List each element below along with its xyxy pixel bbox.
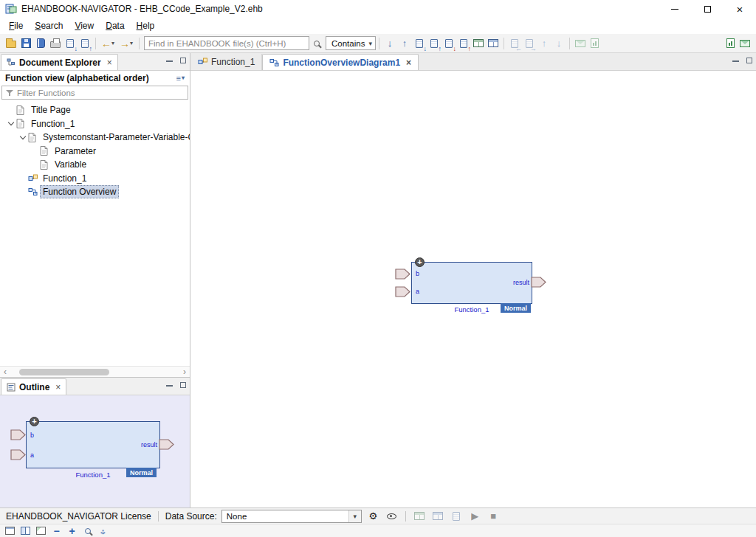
results-table-icon[interactable] <box>471 36 486 51</box>
output-label-result: result <box>513 279 529 286</box>
snapshot-list-icon[interactable] <box>431 510 445 523</box>
save-icon[interactable] <box>18 36 33 51</box>
next-marked-document-icon[interactable]: ↓ <box>441 36 456 51</box>
datasource-dropdown[interactable]: None ▾ <box>221 510 362 523</box>
minimize-panel-icon[interactable] <box>732 59 739 62</box>
menu-search[interactable]: Search <box>29 19 69 32</box>
previous-document-icon[interactable]: ← <box>507 36 522 51</box>
start-measurement-icon[interactable]: ▶ <box>468 510 482 523</box>
tab-outline[interactable]: Outline × <box>1 378 66 395</box>
function-block-body[interactable] <box>26 421 160 468</box>
find-previous-icon[interactable]: ↑ <box>397 36 412 51</box>
close-button[interactable]: × <box>724 0 756 18</box>
tree-item-systemconstant[interactable]: Systemconstant-Parameter-Variable-Cl <box>0 131 190 145</box>
menu-file[interactable]: File <box>3 19 29 32</box>
move-up-icon[interactable]: ↑ <box>537 36 551 51</box>
menu-help[interactable]: Help <box>131 19 161 32</box>
export-image-icon[interactable] <box>35 525 47 536</box>
minimize-panel-icon[interactable] <box>166 59 173 62</box>
tab-function-1[interactable]: Function_1 <box>191 54 262 70</box>
visibility-icon[interactable] <box>385 510 399 523</box>
datasource-settings-icon[interactable]: ⚙ <box>366 510 380 523</box>
export-document-icon[interactable]: ↑ <box>78 36 92 51</box>
previous-marked-document-icon[interactable]: ↑ <box>456 36 471 51</box>
input-port-icon[interactable] <box>10 449 27 460</box>
minimize-button[interactable] <box>659 0 691 18</box>
input-label-a: a <box>416 288 419 295</box>
output-port-icon[interactable] <box>159 439 175 450</box>
filter-functions-input[interactable] <box>17 89 184 97</box>
scrollbar-thumb[interactable] <box>19 369 109 375</box>
function-block-outline[interactable]: + b a result Function_1 Normal <box>10 411 192 481</box>
editor-tabstrip: Function_1 FunctionOverviewDiagram1 × <box>190 53 756 71</box>
zoom-out-button[interactable]: − <box>50 525 63 536</box>
input-port-icon[interactable] <box>395 268 411 280</box>
document-glyph <box>430 39 438 48</box>
tab-document-explorer[interactable]: Document Explorer × <box>1 54 118 70</box>
feedback-mail-icon[interactable] <box>573 36 588 51</box>
tab-label: Outline <box>19 382 49 392</box>
output-port-icon[interactable] <box>531 277 547 288</box>
next-match-document-icon[interactable]: ↓ <box>412 36 427 51</box>
menu-view[interactable]: View <box>69 19 100 32</box>
tree-item-function-overview[interactable]: Function Overview <box>0 185 190 199</box>
zoom-level-icon[interactable] <box>81 525 94 536</box>
move-down-icon[interactable]: ↓ <box>551 36 566 51</box>
tree-item-parameter[interactable]: Parameter <box>0 145 190 159</box>
find-next-icon[interactable]: ↓ <box>382 36 397 51</box>
menu-data[interactable]: Data <box>100 19 130 32</box>
snapshot-table-icon[interactable] <box>413 510 427 523</box>
tree-item-label: Systemconstant-Parameter-Variable-Cl <box>40 131 190 144</box>
chevron-expanded-icon[interactable] <box>6 122 16 125</box>
chevron-expanded-icon[interactable] <box>18 136 28 139</box>
close-icon[interactable]: × <box>107 58 112 67</box>
close-icon[interactable]: × <box>55 383 61 392</box>
stop-measurement-icon[interactable]: ■ <box>487 510 501 523</box>
print-icon[interactable] <box>48 36 63 51</box>
function-block[interactable]: + b a result Function_1 Normal <box>395 252 551 314</box>
maximize-button[interactable] <box>691 0 724 18</box>
tree-item-title-page[interactable]: Title Page <box>0 103 190 117</box>
chevron-down-icon[interactable]: ▾ <box>348 510 361 522</box>
tree-item-function-1[interactable]: Function_1 <box>0 117 190 131</box>
expand-plus-icon[interactable]: + <box>415 257 425 267</box>
maximize-panel-icon[interactable] <box>746 58 752 63</box>
envelope-icon[interactable] <box>738 36 752 51</box>
forward-icon[interactable]: → <box>117 36 132 51</box>
fit-to-view-button[interactable]: ↔ ↕ <box>97 525 109 536</box>
match-mode-dropdown[interactable]: Contains ▾ <box>326 36 376 50</box>
tree-item-function-1-block[interactable]: Function_1 <box>0 172 190 186</box>
import-document-icon[interactable]: ↓ <box>63 36 78 51</box>
match-mode-value: Contains <box>331 39 365 48</box>
snapshot-document-icon[interactable] <box>450 510 464 523</box>
minimize-panel-icon[interactable] <box>166 384 173 387</box>
find-input[interactable] <box>144 36 309 50</box>
table-glyph <box>414 512 425 520</box>
input-port-icon[interactable] <box>10 429 27 440</box>
split-view-icon[interactable] <box>19 525 32 536</box>
previous-match-document-icon[interactable]: ↑ <box>427 36 441 51</box>
scroll-left-icon[interactable]: ‹ <box>0 367 10 377</box>
open-folder-icon[interactable] <box>4 36 18 51</box>
maximize-panel-icon[interactable] <box>180 382 186 388</box>
handbook-icon[interactable] <box>33 36 48 51</box>
view-menu-icon[interactable]: ≡ ▾ <box>176 74 185 83</box>
hits-table-icon[interactable] <box>486 36 501 51</box>
scroll-right-icon[interactable]: › <box>179 367 190 377</box>
expand-plus-icon[interactable]: + <box>30 417 39 426</box>
console-view-icon[interactable] <box>4 525 16 536</box>
input-port-icon[interactable] <box>395 286 411 297</box>
maximize-panel-icon[interactable] <box>180 58 186 63</box>
zoom-in-button[interactable]: + <box>66 525 78 536</box>
report-icon[interactable] <box>588 36 602 51</box>
close-icon[interactable]: × <box>406 58 411 67</box>
tab-function-overview-diagram[interactable]: FunctionOverviewDiagram1 × <box>262 54 419 70</box>
tree-item-variable[interactable]: Variable <box>0 158 190 172</box>
document-glyph <box>460 39 467 48</box>
split-glyph <box>21 527 30 535</box>
filter-icon <box>6 89 13 97</box>
open-report-icon[interactable] <box>723 36 738 51</box>
search-icon[interactable] <box>309 36 324 51</box>
back-icon[interactable]: ← <box>99 36 114 51</box>
next-document-icon[interactable]: → <box>522 36 537 51</box>
